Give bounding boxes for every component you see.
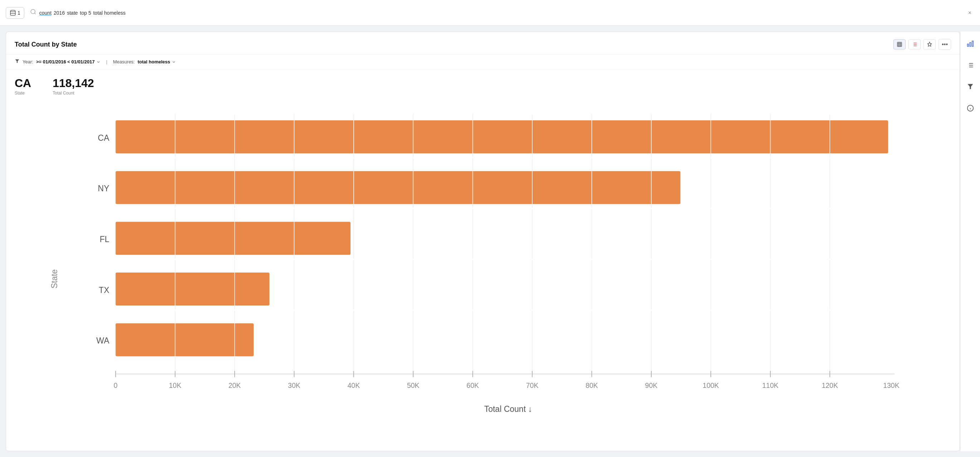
more-options-button[interactable]: ••• (939, 39, 951, 50)
dataset-badge[interactable]: 1 (6, 7, 24, 19)
kpi-count-label: Total Count (52, 91, 94, 96)
x-label-90k: 90K (645, 382, 658, 389)
y-label-wa: WA (96, 336, 110, 345)
x-label-30k: 30K (288, 382, 301, 389)
year-dropdown-icon (96, 60, 100, 64)
svg-rect-17 (967, 44, 968, 46)
x-label-0: 0 (114, 382, 118, 389)
x-label-130k: 130K (883, 382, 899, 389)
sidebar-filter-icon[interactable] (964, 80, 977, 93)
token-count[interactable]: count (39, 10, 51, 16)
sidebar-settings-icon[interactable] (964, 59, 977, 72)
y-axis-label: State (50, 269, 59, 289)
funnel-icon (15, 59, 20, 64)
y-label-ny: NY (98, 184, 110, 193)
bar-ca[interactable] (116, 120, 888, 153)
table-icon (897, 42, 902, 47)
token-homeless[interactable]: total homeless (93, 10, 126, 16)
measures-filter-value[interactable]: total homeless (138, 59, 176, 64)
svg-rect-16 (970, 43, 971, 46)
kpi-row: CA State 118,142 Total Count (6, 69, 959, 99)
x-label-50k: 50K (407, 382, 420, 389)
close-button[interactable]: × (965, 8, 974, 18)
filter-sort-button[interactable] (908, 39, 921, 50)
table-view-button[interactable] (893, 39, 905, 50)
pin-button[interactable] (923, 39, 935, 50)
bar-ny[interactable] (116, 171, 680, 204)
sidebar-info-icon[interactable] (964, 102, 977, 115)
svg-rect-15 (972, 41, 973, 46)
x-label-120k: 120K (822, 382, 838, 389)
x-label-20k: 20K (229, 382, 241, 389)
sidebar-bar-chart-icon[interactable] (964, 37, 977, 50)
kpi-count-value: 118,142 (52, 77, 94, 90)
filter-sort-icon (912, 42, 917, 47)
svg-line-2 (34, 13, 35, 14)
bar-fl[interactable] (116, 222, 350, 255)
dataset-icon (10, 10, 16, 16)
token-state[interactable]: state (67, 10, 78, 16)
filter-bar: Year: >= 01/01/2016 < 01/01/2017 | Measu… (6, 54, 959, 69)
kpi-state-value: CA (15, 77, 31, 90)
measures-dropdown-icon (172, 60, 176, 64)
x-label-110k: 110K (762, 382, 778, 389)
kpi-state: CA State (15, 77, 31, 96)
kpi-count: 118,142 Total Count (52, 77, 94, 96)
svg-marker-14 (15, 59, 19, 63)
kpi-state-label: State (15, 91, 31, 96)
svg-point-0 (10, 10, 15, 12)
x-label-40k: 40K (348, 382, 360, 389)
chart-controls: ••• (893, 39, 951, 50)
y-label-tx: TX (99, 286, 109, 295)
x-label-80k: 80K (585, 382, 598, 389)
dataset-badge-number: 1 (18, 10, 21, 16)
active-filter-icon (15, 59, 20, 65)
x-label-70k: 70K (526, 382, 539, 389)
svg-point-1 (31, 9, 35, 14)
measures-filter-text: total homeless (138, 59, 170, 64)
x-label-60k: 60K (466, 382, 479, 389)
more-dots-icon: ••• (942, 41, 948, 48)
year-filter-text: >= 01/01/2016 < 01/01/2017 (36, 59, 95, 64)
main-content: 1 count 2016 state top 5 total homeless … (0, 0, 980, 457)
chart-body: State CA NY FL (6, 99, 959, 451)
svg-marker-24 (967, 84, 973, 89)
bar-chart-svg: State CA NY FL (15, 101, 951, 444)
token-top5[interactable]: top 5 (80, 10, 91, 16)
filter-separator: | (106, 59, 107, 64)
search-bar: 1 count 2016 state top 5 total homeless … (0, 0, 980, 26)
chart-header: Total Count by State (6, 32, 959, 54)
search-icon (30, 9, 37, 17)
y-label-ca: CA (98, 133, 110, 142)
search-tokens: count 2016 state top 5 total homeless (39, 10, 963, 16)
year-filter-value[interactable]: >= 01/01/2016 < 01/01/2017 (36, 59, 100, 64)
x-label-10k: 10K (169, 382, 181, 389)
content-area: Total Count by State (0, 26, 980, 457)
x-label-100k: 100K (703, 382, 719, 389)
year-label: Year: (22, 59, 33, 64)
x-axis-label: Total Count ↓ (484, 404, 532, 414)
bar-tx[interactable] (116, 273, 269, 305)
chart-panel: Total Count by State (6, 32, 960, 451)
bar-wa[interactable] (116, 323, 254, 356)
token-year[interactable]: 2016 (54, 10, 65, 16)
measures-label: Measures: (113, 59, 135, 64)
svg-rect-3 (897, 42, 902, 46)
pin-icon (927, 42, 932, 47)
y-label-fl: FL (100, 235, 110, 244)
chart-title: Total Count by State (15, 41, 77, 48)
right-sidebar (960, 32, 980, 451)
